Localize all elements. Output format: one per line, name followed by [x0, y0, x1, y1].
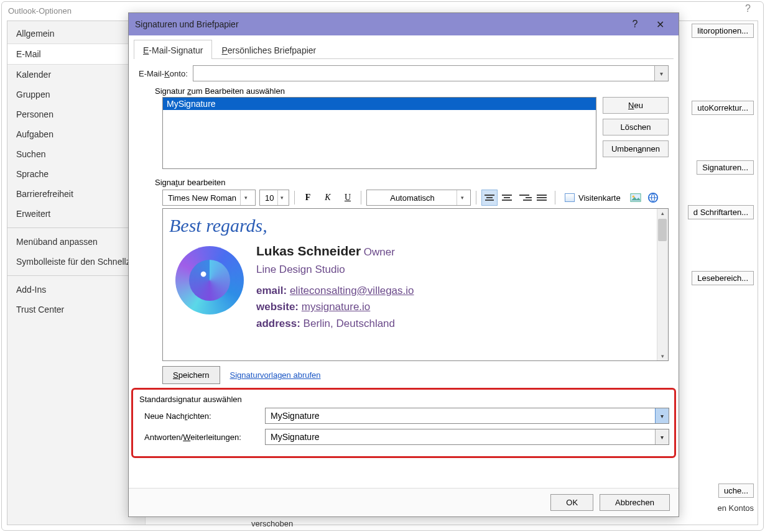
suche-button[interactable]: uche...: [718, 484, 754, 498]
delete-button[interactable]: Löschen: [603, 119, 669, 135]
signature-logo: [175, 246, 244, 314]
chevron-down-icon: ▾: [277, 190, 286, 205]
bg-kontos-text: en Kontos: [717, 503, 754, 513]
underline-button[interactable]: U: [340, 190, 356, 206]
nav-barrierefreiheit[interactable]: Barrierefreiheit: [7, 184, 145, 204]
default-signature-title: Standardsignatur auswählen: [139, 395, 669, 404]
editor-toolbar: Times New Roman▾ 10▾ F K U Automatisch▾: [162, 190, 669, 206]
align-right-button[interactable]: [516, 190, 532, 206]
nav-trustcenter[interactable]: Trust Center: [7, 300, 145, 319]
dialog-tabs: E-Mail-Signatur Persönliches Briefpapier: [134, 39, 674, 59]
edit-signature-label: Signatur bearbeiten: [155, 178, 669, 187]
save-button[interactable]: Speichern: [162, 366, 220, 384]
font-size-select[interactable]: 10▾: [259, 190, 289, 206]
signature-list[interactable]: MySignature: [162, 97, 596, 169]
nav-suchen[interactable]: Suchen: [7, 144, 145, 164]
select-signature-edit-label: Signatur zum Bearbeiten auswählen: [155, 86, 669, 96]
editoroptionen-button[interactable]: litoroptionen...: [692, 24, 754, 38]
vcard-label: Visitenkarte: [578, 193, 621, 203]
nav-aufgaben[interactable]: Aufgaben: [7, 124, 145, 144]
font-size-value: 10: [265, 193, 274, 203]
replies-forwards-value: MySignature: [271, 432, 320, 442]
nav-personen[interactable]: Personen: [7, 104, 145, 124]
font-select-value: Times New Roman: [168, 193, 236, 203]
replies-forwards-label: Antworten/Weiterleitungen:: [144, 433, 259, 442]
italic-button[interactable]: K: [320, 190, 336, 206]
nav-sprache[interactable]: Sprache: [7, 164, 145, 184]
replies-forwards-select[interactable]: MySignature▾: [265, 429, 669, 445]
chevron-down-icon: ▾: [655, 408, 669, 423]
email-account-select[interactable]: ▾: [193, 65, 669, 81]
rename-button[interactable]: Umbenannen: [603, 140, 669, 157]
align-justify-button[interactable]: [534, 190, 550, 206]
default-signature-highlight: Standardsignatur auswählen Neue Nachrich…: [131, 388, 676, 458]
signaturen-button[interactable]: Signaturen...: [697, 160, 754, 175]
signature-text-block: Lukas Schneider Owner Line Design Studio…: [256, 241, 414, 332]
font-color-value: Automatisch: [372, 193, 453, 203]
bg-verschoben-text: verschoben: [251, 519, 293, 528]
signature-company: Line Design Studio: [256, 262, 414, 278]
ok-button[interactable]: OK: [550, 494, 593, 511]
tab-email-signature[interactable]: E-Mail-Signatur: [134, 40, 212, 59]
align-center-button[interactable]: [499, 190, 515, 206]
email-account-label: E-Mail-Konto:: [139, 69, 188, 78]
lesebereich-button[interactable]: Lesebereich...: [692, 271, 754, 285]
nav-kalender[interactable]: Kalender: [7, 65, 145, 85]
nav-allgemein[interactable]: Allgemein: [7, 24, 145, 44]
chevron-down-icon: ▾: [457, 190, 468, 205]
business-card-button[interactable]: Visitenkarte: [560, 191, 625, 204]
signature-greeting: Best regards,: [169, 215, 662, 236]
options-nav-sidebar: Allgemein E-Mail Kalender Gruppen Person…: [7, 21, 146, 525]
outer-help-icon[interactable]: ?: [745, 3, 751, 14]
insert-link-button[interactable]: [646, 191, 660, 204]
signature-editor[interactable]: ▴▾ Best regards, Lukas Schneider Owner L…: [162, 208, 669, 361]
email-label: email:: [256, 285, 287, 296]
dialog-footer: OK Abbrechen: [129, 488, 679, 516]
font-select[interactable]: Times New Roman▾: [162, 190, 256, 206]
dialog-body: E-Mail-Signatur Persönliches Briefpapier…: [129, 35, 679, 488]
dialog-close-icon[interactable]: ✕: [647, 19, 672, 30]
signatures-dialog: Signaturen und Briefpapier ? ✕ E-Mail-Si…: [128, 12, 679, 517]
signature-role: Owner: [364, 246, 395, 258]
chevron-down-icon: ▾: [240, 190, 251, 205]
bold-button[interactable]: F: [300, 190, 316, 206]
nav-menueband[interactable]: Menüband anpassen: [7, 232, 145, 252]
dialog-help-icon[interactable]: ?: [623, 19, 647, 30]
alignment-group: [481, 190, 550, 206]
insert-image-button[interactable]: [629, 191, 642, 204]
svg-point-1: [632, 195, 634, 198]
address-label: address:: [256, 318, 300, 329]
autokorrektur-button[interactable]: utoKorrektur...: [692, 101, 754, 115]
new-messages-select[interactable]: MySignature▾: [265, 408, 669, 424]
tab-briefpapier[interactable]: Persönliches Briefpapier: [212, 40, 325, 59]
dialog-titlebar: Signaturen und Briefpapier ? ✕: [129, 13, 679, 35]
get-templates-link[interactable]: Signaturvorlagen abrufen: [230, 370, 321, 380]
nav-symbolleiste[interactable]: Symbolleiste für den Schnellzugriff: [7, 252, 145, 272]
nav-gruppen[interactable]: Gruppen: [7, 85, 145, 104]
editor-scrollbar[interactable]: ▴▾: [657, 209, 668, 360]
new-button[interactable]: Neu: [603, 97, 669, 114]
address-value: Berlin, Deutschland: [304, 318, 395, 329]
chevron-down-icon: ▾: [654, 66, 668, 81]
dialog-title: Signaturen und Briefpapier: [135, 19, 239, 29]
new-messages-value: MySignature: [271, 411, 320, 421]
signature-list-item[interactable]: MySignature: [163, 98, 596, 110]
chevron-down-icon: ▾: [655, 429, 669, 444]
signature-name: Lukas Schneider: [256, 244, 361, 258]
cancel-button[interactable]: Abbrechen: [600, 494, 670, 511]
font-color-select[interactable]: Automatisch▾: [366, 190, 471, 206]
schriftarten-button[interactable]: d Schriftarten...: [688, 205, 754, 219]
website-link[interactable]: mysignature.io: [302, 301, 371, 313]
nav-email[interactable]: E-Mail: [7, 44, 145, 65]
align-left-button[interactable]: [481, 190, 498, 206]
nav-erweitert[interactable]: Erweitert: [7, 204, 145, 224]
nav-addins[interactable]: Add-Ins: [7, 280, 145, 300]
email-link[interactable]: eliteconsalting@villegas.io: [290, 285, 414, 296]
vcard-icon: [565, 193, 575, 202]
website-label: website:: [256, 301, 299, 313]
new-messages-label: Neue Nachrichten:: [144, 411, 259, 421]
